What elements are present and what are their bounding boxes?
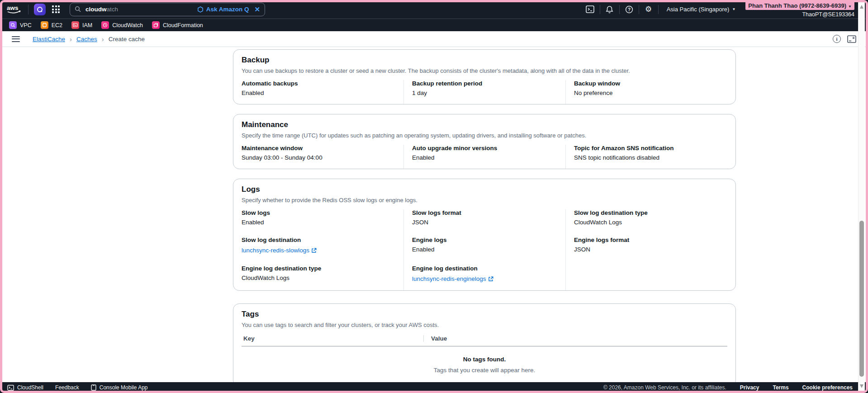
cloudformation-service-icon: [152, 21, 160, 29]
field-auto-upgrade-minor-versions: Auto upgrade minor versions Enabled: [403, 145, 565, 169]
tags-column-divider: [423, 335, 424, 342]
field-slow-logs-format: Slow logs format JSON: [403, 209, 565, 237]
tags-empty-description: Tags that you create will appear here.: [242, 367, 727, 374]
external-link-icon: [488, 276, 493, 282]
footer-terms-link[interactable]: Terms: [773, 384, 788, 391]
tags-empty-state: No tags found. Tags that you create will…: [242, 346, 727, 382]
slow-log-destination-link[interactable]: lunchsync-redis-slowlogs: [242, 247, 317, 254]
account-menu: Phan Thanh Thao (9972-8639-6939)▼ ThaoPT…: [745, 1, 854, 18]
settings-gear-icon[interactable]: ⚙: [642, 3, 655, 16]
topbar-icon-divider: [658, 5, 659, 14]
account-name-button[interactable]: Phan Thanh Thao (9972-8639-6939)▼: [745, 1, 854, 10]
logs-empty-cell: [565, 265, 727, 290]
logs-section: Logs Specify whether to provide the Redi…: [233, 179, 736, 291]
search-clear-icon[interactable]: ✕: [254, 5, 260, 14]
breadcrumb-caches[interactable]: Caches: [76, 36, 97, 43]
search-icon: [75, 6, 81, 13]
aws-logo[interactable]: aws: [6, 4, 23, 15]
svg-text:?: ?: [628, 7, 631, 12]
topbar-icon-divider: [619, 5, 620, 14]
backup-title: Backup: [242, 56, 727, 65]
field-sns-topic: Topic for Amazon SNS notification SNS to…: [565, 145, 727, 169]
vertical-scrollbar[interactable]: [858, 2, 865, 391]
engine-log-destination-link[interactable]: lunchsync-redis-enginelogs: [412, 275, 493, 282]
region-label: Asia Pacific (Singapore): [667, 6, 730, 13]
tags-column-key: Key: [242, 335, 423, 342]
topbar-right-group: ? ⚙ Asia Pacific (Singapore) ▼ Phan Than…: [583, 1, 854, 18]
maintenance-title: Maintenance: [242, 120, 727, 129]
field-slow-log-destination: Slow log destination lunchsync-redis-slo…: [242, 237, 403, 265]
ec2-service-icon: [41, 21, 48, 29]
scrollbar-thumb[interactable]: [859, 221, 864, 377]
field-engine-log-destination: Engine log destination lunchsync-redis-e…: [403, 265, 565, 290]
breadcrumb-right-icons: i: [833, 35, 856, 43]
footer-feedback-button[interactable]: Feedback: [55, 384, 79, 391]
field-backup-retention-period: Backup retention period 1 day: [403, 80, 565, 104]
field-backup-window: Backup window No preference: [565, 80, 727, 104]
field-slow-log-destination-type: Slow log destination type CloudWatch Log…: [565, 209, 727, 237]
backup-section: Backup You can use backups to restore a …: [233, 49, 736, 104]
topbar-icon-divider: [600, 5, 600, 14]
amazon-q-icon[interactable]: [34, 4, 46, 15]
breadcrumb-bar: ElastiCache › Caches › Create cache i: [0, 31, 868, 47]
cloudshell-icon: [7, 385, 14, 391]
tags-section: Tags You can use tags to search and filt…: [233, 303, 736, 382]
footer-copyright: © 2026, Amazon Web Services, Inc. or its…: [603, 384, 726, 391]
footer-privacy-link[interactable]: Privacy: [740, 384, 759, 391]
field-slow-logs: Slow logs Enabled: [242, 209, 403, 237]
cloudshell-icon[interactable]: [583, 3, 597, 16]
mobile-phone-icon: [91, 384, 96, 391]
top-navigation-bar: aws cloudwatch Ask Amazon Q ✕: [0, 0, 868, 19]
favorite-ec2[interactable]: EC2: [41, 21, 62, 29]
external-link-icon: [311, 248, 317, 253]
console-footer: CloudShell Feedback Console Mobile App ©…: [0, 382, 868, 393]
vpc-service-icon: [9, 21, 17, 29]
backup-description: You can use backups to restore a cluster…: [242, 67, 727, 74]
search-typed-text: cloudw: [85, 6, 107, 13]
maintenance-description: Specify the time range (UTC) for updates…: [242, 132, 727, 139]
tags-description: You can use tags to search and filter yo…: [242, 322, 727, 328]
notifications-bell-icon[interactable]: [603, 3, 617, 16]
field-maintenance-window: Maintenance window Sunday 03:00 - Sunday…: [242, 145, 403, 169]
scrollbar-down-arrow-icon[interactable]: [860, 384, 863, 388]
favorite-vpc[interactable]: VPC: [9, 21, 32, 29]
favorite-iam[interactable]: IAM: [71, 21, 92, 29]
help-icon[interactable]: ?: [622, 3, 636, 16]
maintenance-section: Maintenance Specify the time range (UTC)…: [233, 114, 736, 169]
breadcrumb-separator-icon: ›: [102, 35, 104, 43]
aws-logo-icon: aws: [6, 4, 23, 15]
tags-column-value: Value: [431, 335, 447, 342]
iam-service-icon: [71, 21, 79, 29]
scrollbar-up-arrow-icon[interactable]: [860, 5, 863, 9]
account-username: ThaoPT@SE193364: [745, 12, 854, 18]
tags-empty-title: No tags found.: [242, 356, 727, 363]
amazon-q-small-icon: [197, 6, 204, 13]
create-cache-review: Backup You can use backups to restore a …: [233, 49, 736, 382]
breadcrumb-elasticache[interactable]: ElastiCache: [33, 36, 65, 43]
logs-title: Logs: [242, 185, 727, 194]
ask-amazon-q-button[interactable]: Ask Amazon Q: [197, 6, 249, 13]
info-icon[interactable]: i: [833, 35, 841, 43]
search-suggestion-text: atch: [107, 6, 119, 13]
footer-cloudshell-button[interactable]: CloudShell: [7, 384, 43, 391]
tags-title: Tags: [242, 310, 727, 319]
console-search-input[interactable]: cloudwatch Ask Amazon Q ✕: [70, 3, 265, 16]
favorite-cloudformation[interactable]: CloudFormation: [152, 21, 203, 29]
side-menu-icon[interactable]: [12, 36, 20, 42]
breadcrumb-current: Create cache: [109, 36, 145, 43]
svg-text:aws: aws: [7, 5, 19, 11]
topbar-icon-divider: [639, 5, 639, 14]
favorite-cloudwatch[interactable]: CloudWatch: [101, 21, 143, 29]
tags-table: Key Value No tags found. Tags that you c…: [242, 335, 727, 382]
footer-cookie-preferences-link[interactable]: Cookie preferences: [802, 384, 853, 391]
region-selector[interactable]: Asia Pacific (Singapore) ▼: [667, 6, 736, 13]
field-engine-log-destination-type: Engine log destination type CloudWatch L…: [242, 265, 403, 290]
footer-mobile-app-button[interactable]: Console Mobile App: [91, 384, 148, 391]
cloudwatch-service-icon: [101, 21, 109, 29]
field-engine-logs: Engine logs Enabled: [403, 237, 565, 265]
split-panel-icon[interactable]: [847, 35, 856, 43]
field-automatic-backups: Automatic backups Enabled: [242, 80, 403, 104]
logs-description: Specify whether to provide the Redis OSS…: [242, 197, 727, 204]
breadcrumb-separator-icon: ›: [70, 35, 72, 43]
services-grid-icon[interactable]: [52, 5, 60, 13]
